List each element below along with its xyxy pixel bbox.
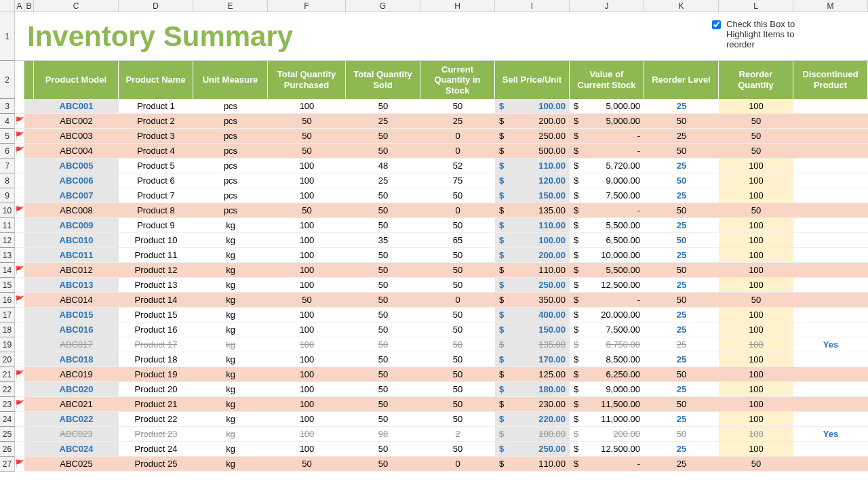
unit-cell[interactable]: kg bbox=[193, 278, 268, 293]
value-cell[interactable]: $200.00 bbox=[570, 427, 644, 442]
reorder-level-cell[interactable]: 50 bbox=[644, 144, 719, 159]
row-header-7[interactable]: 7 bbox=[0, 159, 15, 173]
sold-cell[interactable]: 50 bbox=[346, 99, 420, 114]
price-cell[interactable]: $120.00 bbox=[495, 173, 570, 188]
sold-cell[interactable]: 25 bbox=[346, 173, 420, 188]
discontinued-cell[interactable] bbox=[793, 457, 868, 472]
row-header-8[interactable]: 8 bbox=[0, 173, 15, 188]
price-cell[interactable]: $350.00 bbox=[495, 293, 570, 308]
purchased-cell[interactable]: 100 bbox=[268, 442, 346, 457]
value-cell[interactable]: $6,500.00 bbox=[570, 233, 644, 248]
row-header-21[interactable]: 21 bbox=[0, 367, 15, 382]
stock-cell[interactable]: 25 bbox=[420, 114, 495, 129]
reorder-level-cell[interactable]: 50 bbox=[644, 263, 719, 278]
header-7[interactable]: Value of Current Stock bbox=[570, 61, 644, 99]
discontinued-cell[interactable] bbox=[793, 263, 868, 278]
product-model-cell[interactable]: ABC011 bbox=[34, 248, 119, 263]
discontinued-cell[interactable] bbox=[793, 248, 868, 263]
value-cell[interactable]: $5,000.00 bbox=[570, 99, 644, 114]
purchased-cell[interactable]: 100 bbox=[268, 233, 346, 248]
price-cell[interactable]: $125.00 bbox=[495, 367, 570, 382]
price-cell[interactable]: $100.00 bbox=[495, 233, 570, 248]
sold-cell[interactable]: 50 bbox=[346, 263, 420, 278]
reorder-level-cell[interactable]: 50 bbox=[644, 233, 719, 248]
unit-cell[interactable]: pcs bbox=[193, 188, 268, 203]
stock-cell[interactable]: 0 bbox=[420, 129, 495, 144]
discontinued-cell[interactable] bbox=[793, 367, 868, 382]
discontinued-cell[interactable] bbox=[793, 188, 868, 203]
product-model-cell[interactable]: ABC015 bbox=[34, 308, 119, 322]
purchased-cell[interactable]: 100 bbox=[268, 308, 346, 322]
value-cell[interactable]: $5,500.00 bbox=[570, 218, 644, 233]
discontinued-cell[interactable] bbox=[793, 173, 868, 188]
product-name-cell[interactable]: Product 8 bbox=[119, 203, 193, 218]
reorder-level-cell[interactable]: 25 bbox=[644, 337, 719, 352]
unit-cell[interactable]: pcs bbox=[193, 159, 268, 173]
reorder-qty-cell[interactable]: 100 bbox=[719, 427, 793, 442]
stock-cell[interactable]: 0 bbox=[420, 293, 495, 308]
header-9[interactable]: Reorder Quantity bbox=[719, 61, 793, 99]
value-cell[interactable]: $- bbox=[570, 457, 644, 472]
product-model-cell[interactable]: ABC025 bbox=[34, 457, 119, 472]
reorder-level-cell[interactable]: 25 bbox=[644, 248, 719, 263]
value-cell[interactable]: $6,250.00 bbox=[570, 367, 644, 382]
product-name-cell[interactable]: Product 1 bbox=[119, 99, 193, 114]
product-model-cell[interactable]: ABC014 bbox=[34, 293, 119, 308]
discontinued-cell[interactable] bbox=[793, 293, 868, 308]
row-header-3[interactable]: 3 bbox=[0, 99, 15, 114]
product-model-cell[interactable]: ABC021 bbox=[34, 397, 119, 412]
stock-cell[interactable]: 0 bbox=[420, 203, 495, 218]
purchased-cell[interactable]: 100 bbox=[268, 322, 346, 337]
row-header-13[interactable]: 13 bbox=[0, 248, 15, 263]
unit-cell[interactable]: pcs bbox=[193, 99, 268, 114]
discontinued-cell[interactable] bbox=[793, 442, 868, 457]
value-cell[interactable]: $11,000.00 bbox=[570, 412, 644, 427]
unit-cell[interactable]: kg bbox=[193, 457, 268, 472]
col-header-G[interactable]: G bbox=[346, 0, 420, 12]
reorder-level-cell[interactable]: 25 bbox=[644, 308, 719, 322]
reorder-qty-cell[interactable]: 100 bbox=[719, 352, 793, 367]
product-model-cell[interactable]: ABC007 bbox=[34, 188, 119, 203]
reorder-qty-cell[interactable]: 100 bbox=[719, 248, 793, 263]
reorder-level-cell[interactable]: 25 bbox=[644, 352, 719, 367]
row-header-15[interactable]: 15 bbox=[0, 278, 15, 293]
product-name-cell[interactable]: Product 21 bbox=[119, 397, 193, 412]
unit-cell[interactable]: kg bbox=[193, 233, 268, 248]
unit-cell[interactable]: kg bbox=[193, 337, 268, 352]
product-model-cell[interactable]: ABC009 bbox=[34, 218, 119, 233]
col-header-H[interactable]: H bbox=[420, 0, 495, 12]
header-1[interactable]: Product Name bbox=[119, 61, 193, 99]
sold-cell[interactable]: 50 bbox=[346, 203, 420, 218]
stock-cell[interactable]: 50 bbox=[420, 99, 495, 114]
reorder-qty-cell[interactable]: 100 bbox=[719, 322, 793, 337]
header-3[interactable]: Total Quantity Purchased bbox=[268, 61, 346, 99]
value-cell[interactable]: $7,500.00 bbox=[570, 188, 644, 203]
stock-cell[interactable]: 0 bbox=[420, 457, 495, 472]
reorder-qty-cell[interactable]: 100 bbox=[719, 397, 793, 412]
row-header-23[interactable]: 23 bbox=[0, 397, 15, 412]
value-cell[interactable]: $5,500.00 bbox=[570, 263, 644, 278]
row-header-25[interactable]: 25 bbox=[0, 427, 15, 442]
product-name-cell[interactable]: Product 12 bbox=[119, 263, 193, 278]
row-header-24[interactable]: 24 bbox=[0, 412, 15, 427]
reorder-qty-cell[interactable]: 100 bbox=[719, 99, 793, 114]
unit-cell[interactable]: pcs bbox=[193, 144, 268, 159]
product-name-cell[interactable]: Product 14 bbox=[119, 293, 193, 308]
reorder-qty-cell[interactable]: 100 bbox=[719, 188, 793, 203]
value-cell[interactable]: $8,500.00 bbox=[570, 352, 644, 367]
value-cell[interactable]: $5,000.00 bbox=[570, 114, 644, 129]
stock-cell[interactable]: 2 bbox=[420, 427, 495, 442]
product-name-cell[interactable]: Product 17 bbox=[119, 337, 193, 352]
discontinued-cell[interactable]: Yes bbox=[793, 337, 868, 352]
stock-cell[interactable]: 50 bbox=[420, 337, 495, 352]
row-header-20[interactable]: 20 bbox=[0, 352, 15, 367]
value-cell[interactable]: $- bbox=[570, 144, 644, 159]
value-cell[interactable]: $5,720.00 bbox=[570, 159, 644, 173]
price-cell[interactable]: $250.00 bbox=[495, 278, 570, 293]
purchased-cell[interactable]: 50 bbox=[268, 114, 346, 129]
value-cell[interactable]: $12,500.00 bbox=[570, 278, 644, 293]
stock-cell[interactable]: 50 bbox=[420, 218, 495, 233]
header-6[interactable]: Sell Price/Unit bbox=[495, 61, 570, 99]
sold-cell[interactable]: 50 bbox=[346, 248, 420, 263]
row-header-14[interactable]: 14 bbox=[0, 263, 15, 278]
